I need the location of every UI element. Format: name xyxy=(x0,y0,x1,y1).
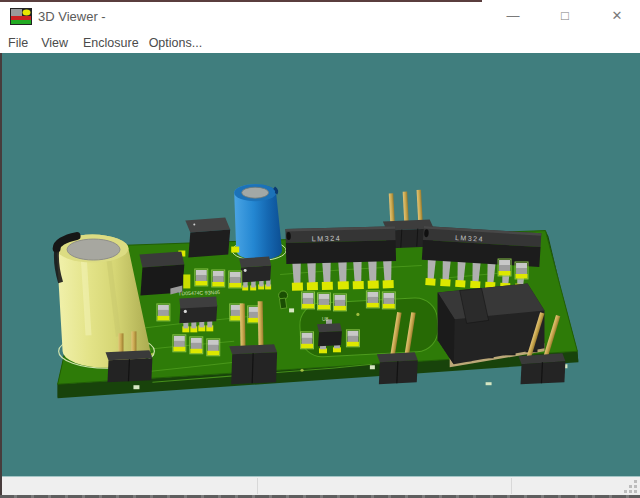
sot-label: U8 xyxy=(322,316,329,322)
menu-file[interactable]: File xyxy=(8,36,28,50)
screen-left-edge xyxy=(0,53,2,498)
status-section-middle xyxy=(260,477,508,495)
soic8-ic-2 xyxy=(239,257,271,291)
blue-electrolytic-capacitor xyxy=(234,184,282,260)
pcb-3d-scene: LM324 LM324 xyxy=(2,53,640,476)
window-controls: — □ ✕ xyxy=(498,0,632,32)
minimize-button[interactable]: — xyxy=(498,0,528,32)
window-title: 3D Viewer - xyxy=(38,0,106,32)
screen-top-edge xyxy=(0,0,482,2)
resize-grip[interactable] xyxy=(624,480,638,493)
status-divider xyxy=(257,478,258,494)
pin-header-2pin-under-cap xyxy=(106,350,153,382)
app-icon xyxy=(10,8,32,25)
status-divider xyxy=(511,478,512,494)
status-section-right xyxy=(514,477,622,495)
dip1-label: LM324 xyxy=(312,235,342,244)
maximize-button[interactable]: □ xyxy=(550,0,580,32)
menu-enclosure[interactable]: Enclosure xyxy=(83,36,139,50)
menu-view[interactable]: View xyxy=(41,36,68,50)
3d-viewport[interactable]: LM324 LM324 xyxy=(2,53,640,476)
status-section-left xyxy=(4,477,254,495)
title-bar: 3D Viewer - — □ ✕ xyxy=(0,0,640,32)
status-bar xyxy=(0,477,640,495)
menu-bar: File View Enclosure Options... xyxy=(0,32,640,53)
close-button[interactable]: ✕ xyxy=(602,0,632,32)
menu-options[interactable]: Options... xyxy=(149,36,203,50)
